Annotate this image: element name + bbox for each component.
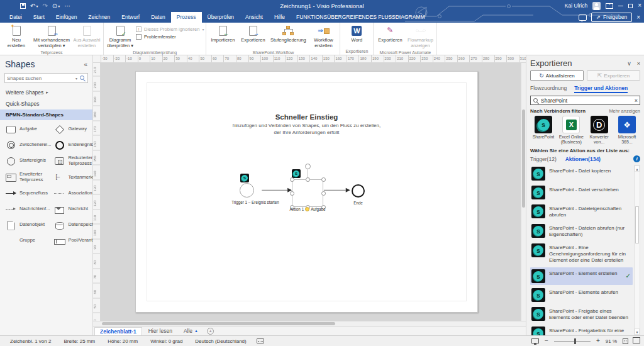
action-list-item[interactable]: SharePoint - Datei kopieren ✓ [530, 165, 633, 182]
zoom-out-button[interactable]: − [545, 338, 548, 343]
zoom-slider-thumb[interactable] [574, 338, 576, 344]
task-shape-selected[interactable] [292, 179, 323, 207]
customize-qat-icon[interactable]: ⋯ [64, 3, 70, 9]
actions-count-tab[interactable]: Aktionen(134) [565, 156, 601, 162]
panel-chevron-down-icon[interactable]: ∨ [627, 60, 631, 67]
action-list-item[interactable]: SharePoint - Dateien abrufen (nur Eigens… [530, 222, 633, 240]
scroll-up-icon[interactable]: ▲ [635, 165, 640, 172]
shape-item[interactable]: Sequenzfluss [3, 189, 51, 199]
action-list-item[interactable]: SharePoint - Elemente abrufen ✓ [530, 286, 633, 304]
ribbon-tab[interactable]: Daten [145, 12, 171, 23]
show-flowmarkup-button[interactable]: ○—○ Flowmarkup anzeigen [406, 24, 435, 50]
selection-handle[interactable] [306, 177, 310, 182]
more-shapes-item[interactable]: Weitere Shapes▸ [0, 87, 92, 98]
connector-tile[interactable]: Microsoft 365... [614, 116, 640, 145]
action-list-item[interactable]: SharePoint - Freigabe eines Elements ode… [530, 305, 633, 323]
shape-item[interactable]: Zwischenerei... [3, 140, 51, 150]
ribbon-tab[interactable]: Start [28, 12, 50, 23]
selection-handle[interactable] [290, 191, 294, 196]
connector-tile[interactable]: SharePoint [530, 116, 557, 145]
ignore-problem-button[interactable]: ! Dieses Problem ignorieren▾ [136, 26, 204, 32]
presentation-mode-icon[interactable] [531, 338, 539, 343]
action-list-item[interactable]: SharePoint - Dateieigenschaften abrufen … [530, 203, 633, 221]
tab-trigger-und-aktionen[interactable]: Trigger und Aktionen [574, 85, 628, 93]
selection-handle[interactable] [321, 191, 326, 196]
sharepoint-trigger-icon[interactable] [240, 174, 249, 182]
rotation-handle[interactable] [305, 164, 311, 169]
connector-tile[interactable]: Konverter von... [586, 116, 613, 145]
redo-icon[interactable]: ↷ [42, 3, 47, 9]
status-item[interactable]: Winkel: 0 grad [144, 338, 189, 344]
connector-tile[interactable]: Excel Online (Business) [558, 116, 584, 145]
status-item[interactable]: Breite: 25 mm [57, 338, 101, 344]
sharepoint-action-icon[interactable] [292, 169, 301, 178]
quick-shapes-item[interactable]: Quick-Shapes [0, 98, 92, 109]
ribbon-tab[interactable]: FUNKTIONSÜBERGREIFENDES FLUSSDIAGRAMM [291, 12, 431, 23]
zoom-slider[interactable] [554, 341, 591, 342]
shape-item[interactable]: Pool/Verant... [51, 236, 99, 246]
ribbon-tab[interactable]: Prozess [171, 12, 202, 23]
collapse-panel-icon[interactable]: « [84, 61, 87, 68]
scroll-down-icon[interactable]: ▼ [635, 328, 640, 335]
panel-close-icon[interactable]: × [637, 60, 640, 67]
staging-button[interactable]: Stufengliederung [269, 24, 308, 45]
action-list-item[interactable]: SharePoint - Element erstellen ✓ [530, 267, 633, 285]
shape-item[interactable]: Aufgabe [3, 124, 51, 134]
status-item[interactable]: Zeichenbl. 1 von 2 [4, 338, 57, 344]
trigger-count-tab[interactable]: Trigger(12) [530, 156, 557, 162]
canvas-subtitle-2[interactable]: der Ihre Anforderungen erfüllt [136, 130, 477, 135]
close-button[interactable]: × [638, 3, 641, 9]
chevron-down-icon[interactable]: ▾ [75, 76, 77, 81]
page-tab-zeichenblatt-1[interactable]: Zeichenblatt-1 [94, 327, 142, 335]
shapes-search-box[interactable]: ▾ [4, 73, 88, 83]
pa-export-button[interactable]: ✎ Exportieren [375, 24, 404, 45]
info-icon[interactable]: i [633, 155, 640, 162]
tab-flowzuordnung[interactable]: Flowzuordnung [530, 85, 567, 93]
end-event-shape[interactable] [352, 184, 365, 198]
keyboard-icon[interactable] [257, 338, 264, 343]
switch-windows-icon[interactable] [634, 338, 640, 343]
sp-export-button[interactable]: → Exportieren [238, 24, 267, 45]
search-icon[interactable] [79, 75, 86, 81]
ribbon-tab[interactable]: Hilfe [269, 12, 291, 23]
action-search-input[interactable] [541, 98, 633, 104]
avatar[interactable] [592, 2, 601, 10]
close-document-icon[interactable]: × [636, 14, 640, 21]
start-event-label[interactable]: Trigger 1 – Ereignis starten [221, 200, 289, 205]
stencil-tab-bpmn[interactable]: BPMN-Standard-Shapes [0, 109, 92, 120]
shape-item[interactable]: Startereignis [3, 155, 51, 166]
page-tab-all[interactable]: Alle▲ [179, 327, 203, 335]
control-handle[interactable] [305, 207, 309, 211]
add-page-button[interactable]: + [207, 328, 214, 335]
undo-icon[interactable]: ↶▾ [30, 3, 38, 9]
canvas-subtitle-1[interactable]: hinzufügen und Verbinden von Shapes, um … [136, 123, 477, 128]
ribbon-tab[interactable]: Datei [4, 12, 28, 23]
list-scrollbar[interactable]: ▲ ▼ [634, 165, 640, 335]
shape-item[interactable]: Endereignis [51, 140, 99, 150]
problem-window-checkbox-row[interactable]: Problemfenster [136, 34, 204, 40]
export-button[interactable]: ⇱Exportieren [587, 70, 640, 81]
clear-search-icon[interactable]: × [635, 98, 638, 104]
action-search-box[interactable]: × [530, 96, 640, 105]
create-from-selection-button[interactable]: Aus Auswahl erstellen [72, 24, 101, 50]
ribbon-display-options-icon[interactable]: ˆ [606, 3, 613, 9]
action-list-item[interactable]: SharePoint - Eine Genehmigungsanforderun… [530, 242, 633, 266]
shape-item[interactable]: Assoziation [51, 189, 99, 199]
fit-page-icon[interactable] [623, 338, 628, 344]
user-name[interactable]: Kai Ulrich [565, 3, 587, 9]
sp-import-button[interactable]: ← Importieren [208, 24, 237, 45]
selection-handle[interactable] [321, 177, 326, 182]
touch-mode-icon[interactable]: ⊙▾ [52, 3, 60, 9]
page-tab-hier-lesen[interactable]: Hier lesen [143, 327, 177, 335]
shapes-search-input[interactable] [7, 75, 74, 81]
end-event-label[interactable]: Ende [345, 201, 371, 206]
scrollbar-thumb[interactable] [635, 206, 639, 243]
action-list-item[interactable]: SharePoint - Freigabelink für eine Datei… [530, 325, 633, 335]
checkbox-icon[interactable] [136, 34, 142, 40]
comments-icon[interactable] [579, 14, 587, 21]
save-icon[interactable] [20, 3, 26, 9]
shape-item[interactable]: Gruppe [3, 236, 51, 246]
zoom-level[interactable]: 91 % [606, 338, 617, 344]
drawing-page[interactable]: Schneller Einstieg hinzufügen und Verbin… [135, 71, 478, 313]
restore-button[interactable] [628, 4, 633, 8]
